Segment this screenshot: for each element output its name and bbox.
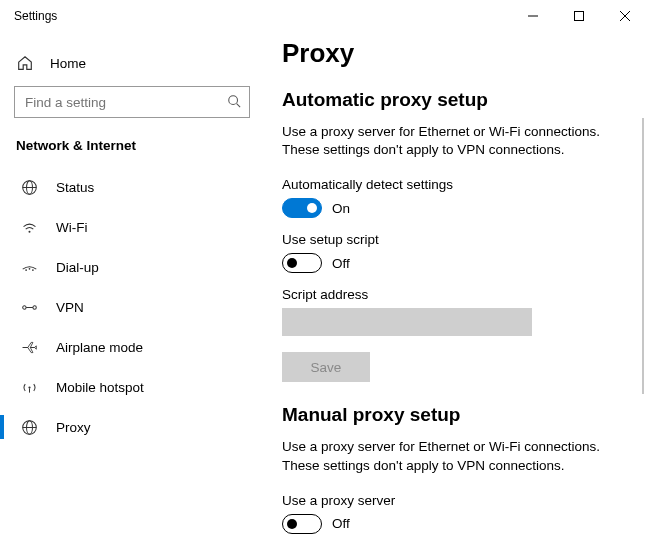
- nav-label: Mobile hotspot: [56, 380, 144, 395]
- maximize-icon: [574, 11, 584, 21]
- search-input[interactable]: [25, 95, 227, 110]
- hotspot-icon: [20, 378, 38, 396]
- home-label: Home: [50, 56, 86, 71]
- svg-point-14: [32, 305, 35, 308]
- nav-item-wifi[interactable]: Wi-Fi: [0, 207, 264, 247]
- detect-label: Automatically detect settings: [282, 177, 622, 192]
- dialup-icon: [20, 258, 38, 276]
- nav-item-status[interactable]: Status: [0, 167, 264, 207]
- titlebar: Settings: [0, 0, 648, 32]
- svg-point-4: [229, 95, 238, 104]
- nav-label: VPN: [56, 300, 84, 315]
- nav-item-hotspot[interactable]: Mobile hotspot: [0, 367, 264, 407]
- script-state: Off: [332, 256, 350, 271]
- vpn-icon: [20, 298, 38, 316]
- detect-toggle[interactable]: [282, 198, 322, 218]
- window-title: Settings: [14, 9, 57, 23]
- search-box[interactable]: [14, 86, 250, 118]
- svg-line-5: [237, 103, 241, 107]
- proxy-icon: [20, 418, 38, 436]
- auto-description: Use a proxy server for Ethernet or Wi-Fi…: [282, 123, 622, 159]
- manual-description: Use a proxy server for Ethernet or Wi-Fi…: [282, 438, 622, 474]
- nav-label: Dial-up: [56, 260, 99, 275]
- use-proxy-toggle[interactable]: [282, 514, 322, 534]
- script-toggle[interactable]: [282, 253, 322, 273]
- svg-point-12: [32, 269, 34, 271]
- auto-heading: Automatic proxy setup: [282, 89, 622, 111]
- nav-item-proxy[interactable]: Proxy: [0, 407, 264, 447]
- search-icon: [227, 94, 241, 111]
- save-button[interactable]: Save: [282, 352, 370, 382]
- airplane-icon: [20, 338, 38, 356]
- maximize-button[interactable]: [556, 0, 602, 32]
- address-label: Script address: [282, 287, 622, 302]
- svg-point-9: [28, 230, 30, 232]
- svg-point-16: [28, 386, 30, 388]
- svg-rect-1: [575, 12, 584, 21]
- minimize-icon: [528, 11, 538, 21]
- home-icon: [16, 54, 34, 72]
- nav-label: Status: [56, 180, 94, 195]
- home-nav[interactable]: Home: [0, 44, 264, 82]
- minimize-button[interactable]: [510, 0, 556, 32]
- nav-item-dialup[interactable]: Dial-up: [0, 247, 264, 287]
- script-label: Use setup script: [282, 232, 622, 247]
- manual-heading: Manual proxy setup: [282, 404, 622, 426]
- svg-point-10: [25, 269, 27, 271]
- category-header: Network & Internet: [0, 132, 264, 167]
- scrollbar[interactable]: [642, 118, 644, 394]
- script-address-input[interactable]: [282, 308, 532, 336]
- wifi-icon: [20, 218, 38, 236]
- nav-list: Status Wi-Fi Dial-up VPN: [0, 167, 264, 447]
- window-controls: [510, 0, 648, 32]
- globe-icon: [20, 178, 38, 196]
- nav-item-vpn[interactable]: VPN: [0, 287, 264, 327]
- svg-point-13: [22, 305, 25, 308]
- detect-state: On: [332, 201, 350, 216]
- nav-label: Airplane mode: [56, 340, 143, 355]
- use-proxy-state: Off: [332, 516, 350, 531]
- page-title: Proxy: [282, 38, 622, 69]
- close-button[interactable]: [602, 0, 648, 32]
- nav-item-airplane[interactable]: Airplane mode: [0, 327, 264, 367]
- nav-label: Wi-Fi: [56, 220, 87, 235]
- main-content: Proxy Automatic proxy setup Use a proxy …: [264, 32, 648, 542]
- svg-point-11: [28, 267, 30, 269]
- nav-label: Proxy: [56, 420, 91, 435]
- sidebar: Home Network & Internet Status: [0, 32, 264, 542]
- close-icon: [620, 11, 630, 21]
- use-proxy-label: Use a proxy server: [282, 493, 622, 508]
